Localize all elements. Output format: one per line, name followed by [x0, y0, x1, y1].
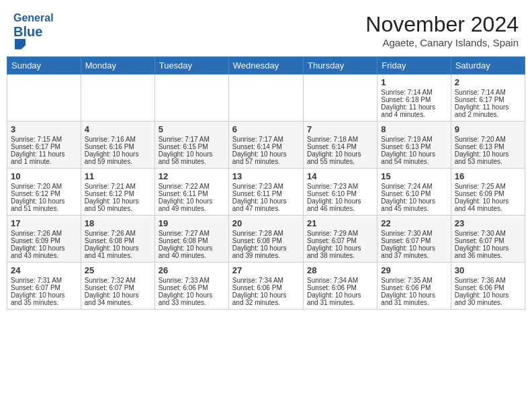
- day-number: 6: [232, 124, 300, 134]
- calendar-cell: 28Sunrise: 7:34 AMSunset: 6:06 PMDayligh…: [303, 262, 377, 309]
- logo: General Blue: [13, 12, 54, 50]
- day-info: Sunset: 6:09 PM: [11, 237, 77, 244]
- day-number: 7: [307, 124, 373, 134]
- day-info: Sunrise: 7:21 AM: [85, 183, 151, 190]
- day-info: Daylight: 10 hours: [455, 150, 521, 158]
- day-info: Daylight: 11 hours: [455, 103, 521, 111]
- calendar-cell: 18Sunrise: 7:26 AMSunset: 6:08 PMDayligh…: [81, 215, 154, 262]
- calendar-cell: 16Sunrise: 7:25 AMSunset: 6:09 PMDayligh…: [451, 168, 525, 215]
- calendar-week-5: 24Sunrise: 7:31 AMSunset: 6:07 PMDayligh…: [7, 262, 525, 309]
- day-info: Sunrise: 7:29 AM: [307, 230, 373, 237]
- day-info: Sunset: 6:14 PM: [232, 143, 300, 150]
- day-info: Sunrise: 7:23 AM: [307, 183, 373, 190]
- day-number: 2: [455, 77, 521, 87]
- day-info: Daylight: 10 hours: [159, 197, 225, 205]
- day-info: and 57 minutes.: [232, 158, 300, 165]
- calendar-cell: 17Sunrise: 7:26 AMSunset: 6:09 PMDayligh…: [7, 215, 81, 262]
- month-year: November 2024: [365, 12, 519, 37]
- day-info: Daylight: 10 hours: [307, 197, 373, 205]
- day-number: 10: [11, 171, 77, 181]
- day-number: 18: [85, 218, 151, 228]
- day-info: Daylight: 10 hours: [159, 291, 225, 299]
- day-info: Daylight: 10 hours: [85, 197, 151, 205]
- day-info: Daylight: 10 hours: [455, 244, 521, 252]
- day-number: 25: [85, 265, 151, 275]
- day-number: 13: [232, 171, 300, 181]
- calendar-cell: [154, 74, 228, 121]
- day-info: Daylight: 10 hours: [307, 291, 373, 299]
- day-number: 20: [232, 218, 300, 228]
- calendar-cell: 30Sunrise: 7:36 AMSunset: 6:06 PMDayligh…: [451, 262, 525, 309]
- day-info: and 40 minutes.: [159, 252, 225, 259]
- day-number: 11: [85, 171, 151, 181]
- day-number: 19: [159, 218, 225, 228]
- day-info: Daylight: 10 hours: [11, 197, 77, 205]
- calendar-cell: 3Sunrise: 7:15 AMSunset: 6:17 PMDaylight…: [7, 121, 81, 168]
- day-info: Sunrise: 7:35 AM: [381, 277, 447, 284]
- day-number: 29: [381, 265, 447, 275]
- day-info: Daylight: 10 hours: [455, 197, 521, 205]
- title-block: November 2024 Agaete, Canary Islands, Sp…: [365, 12, 519, 48]
- day-number: 21: [307, 218, 373, 228]
- day-info: and 45 minutes.: [381, 205, 447, 212]
- day-info: and 33 minutes.: [159, 299, 225, 306]
- day-info: Sunrise: 7:16 AM: [85, 136, 151, 143]
- day-info: Sunrise: 7:30 AM: [381, 230, 447, 237]
- day-info: and 50 minutes.: [85, 205, 151, 212]
- day-info: Daylight: 10 hours: [11, 244, 77, 252]
- weekday-header-wednesday: Wednesday: [228, 56, 303, 74]
- calendar-cell: 24Sunrise: 7:31 AMSunset: 6:07 PMDayligh…: [7, 262, 81, 309]
- day-info: Sunset: 6:07 PM: [381, 237, 447, 244]
- day-info: Sunrise: 7:34 AM: [232, 277, 300, 284]
- day-info: Sunset: 6:07 PM: [85, 284, 151, 291]
- weekday-header-row: SundayMondayTuesdayWednesdayThursdayFrid…: [7, 56, 525, 74]
- logo-line2: Blue: [13, 24, 54, 50]
- calendar-cell: 25Sunrise: 7:32 AMSunset: 6:07 PMDayligh…: [81, 262, 154, 309]
- day-info: and 39 minutes.: [232, 252, 300, 259]
- day-number: 26: [159, 265, 225, 275]
- day-info: Sunset: 6:10 PM: [307, 190, 373, 197]
- logo-icon: [15, 39, 26, 50]
- day-info: Sunrise: 7:28 AM: [232, 230, 300, 237]
- day-info: Sunrise: 7:15 AM: [11, 136, 77, 143]
- calendar-cell: 12Sunrise: 7:22 AMSunset: 6:11 PMDayligh…: [154, 168, 228, 215]
- day-info: Sunrise: 7:33 AM: [159, 277, 225, 284]
- day-info: Sunrise: 7:30 AM: [455, 230, 521, 237]
- day-info: Daylight: 10 hours: [232, 197, 300, 205]
- weekday-header-saturday: Saturday: [451, 56, 525, 74]
- day-info: Sunset: 6:06 PM: [232, 284, 300, 291]
- day-info: and 46 minutes.: [307, 205, 373, 212]
- day-info: Sunset: 6:11 PM: [159, 190, 225, 197]
- day-info: Sunset: 6:06 PM: [455, 284, 521, 291]
- day-info: Sunset: 6:13 PM: [455, 143, 521, 150]
- day-info: Sunrise: 7:24 AM: [381, 183, 447, 190]
- day-info: Daylight: 11 hours: [381, 103, 447, 111]
- day-info: and 54 minutes.: [381, 158, 447, 165]
- day-number: 5: [159, 124, 225, 134]
- day-number: 15: [381, 171, 447, 181]
- day-info: Sunrise: 7:20 AM: [455, 136, 521, 143]
- day-info: Sunrise: 7:36 AM: [455, 277, 521, 284]
- day-info: Sunset: 6:08 PM: [85, 237, 151, 244]
- day-info: Sunset: 6:17 PM: [11, 143, 77, 150]
- calendar-cell: 27Sunrise: 7:34 AMSunset: 6:06 PMDayligh…: [228, 262, 303, 309]
- day-info: Sunset: 6:15 PM: [159, 143, 225, 150]
- day-info: Sunrise: 7:14 AM: [381, 89, 447, 96]
- day-info: Sunrise: 7:26 AM: [11, 230, 77, 237]
- day-info: Sunrise: 7:14 AM: [455, 89, 521, 96]
- day-info: Sunset: 6:09 PM: [455, 190, 521, 197]
- calendar-week-4: 17Sunrise: 7:26 AMSunset: 6:09 PMDayligh…: [7, 215, 525, 262]
- calendar-cell: 4Sunrise: 7:16 AMSunset: 6:16 PMDaylight…: [81, 121, 154, 168]
- day-info: Sunrise: 7:17 AM: [159, 136, 225, 143]
- day-info: and 55 minutes.: [307, 158, 373, 165]
- day-info: Sunset: 6:17 PM: [455, 96, 521, 103]
- day-info: Sunrise: 7:20 AM: [11, 183, 77, 190]
- day-info: and 30 minutes.: [455, 299, 521, 306]
- calendar-week-1: 1Sunrise: 7:14 AMSunset: 6:18 PMDaylight…: [7, 74, 525, 121]
- calendar-cell: 29Sunrise: 7:35 AMSunset: 6:06 PMDayligh…: [378, 262, 451, 309]
- day-number: 9: [455, 124, 521, 134]
- day-info: Sunrise: 7:25 AM: [455, 183, 521, 190]
- day-info: Sunset: 6:07 PM: [455, 237, 521, 244]
- day-info: and 38 minutes.: [307, 252, 373, 259]
- calendar-cell: 23Sunrise: 7:30 AMSunset: 6:07 PMDayligh…: [451, 215, 525, 262]
